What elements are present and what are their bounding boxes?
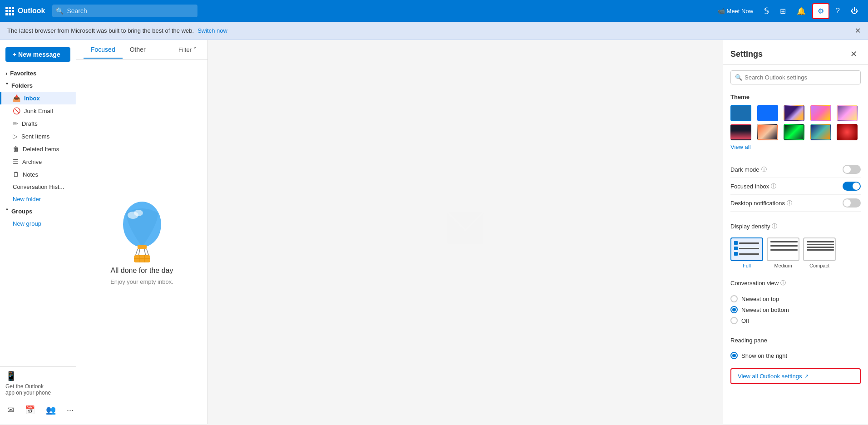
reading-pane-right-radio[interactable]	[730, 352, 738, 359]
empty-inbox-title: All done for the day	[111, 267, 173, 275]
dark-mode-toggle[interactable]	[843, 165, 861, 174]
sidebar-item-archive[interactable]: ☰ Archive	[0, 155, 76, 168]
focused-inbox-toggle[interactable]	[843, 182, 861, 191]
conv-hist-label: Conversation Hist...	[13, 183, 64, 190]
sidebar-groups-header[interactable]: ˅ Groups	[0, 205, 76, 217]
banner-link[interactable]: Switch now	[197, 27, 227, 34]
sent-label: Sent Items	[21, 133, 49, 140]
meet-now-button[interactable]: 📹 Meet Now	[713, 5, 758, 17]
sidebar-item-drafts[interactable]: ✏ Drafts	[0, 117, 76, 130]
help-button[interactable]: ?	[831, 4, 844, 18]
theme-view-all-link[interactable]: View all	[730, 143, 751, 150]
svg-line-7	[144, 249, 146, 256]
theme-swatch-8[interactable]	[784, 124, 804, 140]
settings-close-button[interactable]: ✕	[847, 47, 861, 61]
tab-other[interactable]: Other	[123, 41, 153, 59]
sidebar-new-folder-link[interactable]: New folder	[0, 193, 76, 205]
newest-bottom-radio[interactable]	[730, 306, 738, 313]
desktop-notifications-toggle[interactable]	[843, 198, 861, 208]
new-message-button[interactable]: + New message	[5, 47, 70, 62]
sidebar-item-deleted[interactable]: 🗑 Deleted Items	[0, 143, 76, 155]
sidebar-folders-header[interactable]: ˅ Folders	[0, 79, 76, 92]
density-compact-option[interactable]: Compact	[803, 237, 836, 268]
notes-label: Notes	[23, 171, 38, 178]
chevron-down-icon: ˅	[5, 82, 9, 89]
sidebar-item-conversation-hist[interactable]: Conversation Hist...	[0, 181, 76, 193]
main-layout: + New message › Favorites ˅ Folders 📥 In…	[0, 40, 868, 424]
newest-top-radio[interactable]	[730, 295, 738, 302]
drafts-icon: ✏	[13, 120, 18, 127]
focused-inbox-info-icon[interactable]: ⓘ	[771, 183, 776, 190]
theme-swatch-10[interactable]	[837, 124, 858, 140]
notifications-button[interactable]: 🔔	[792, 4, 810, 18]
junk-label: Junk Email	[24, 108, 53, 114]
gear-icon: ⚙	[818, 7, 824, 15]
conversation-view-options: Newest on top Newest on bottom Off	[730, 293, 861, 326]
reading-pane-header-row: Reading pane	[730, 333, 861, 347]
settings-button[interactable]: ⚙	[812, 3, 829, 19]
waffle-menu-icon[interactable]	[5, 7, 14, 15]
sidebar-item-sent[interactable]: ▷ Sent Items	[0, 130, 76, 143]
conversation-newest-top-option[interactable]: Newest on top	[730, 293, 861, 304]
dark-mode-row: Dark mode ⓘ	[730, 161, 861, 178]
sidebar-new-group-link[interactable]: New group	[0, 217, 76, 230]
mail-nav-button[interactable]: ✉	[5, 403, 16, 417]
focused-inbox-row: Focused Inbox ⓘ	[730, 178, 861, 195]
density-info-icon[interactable]: ⓘ	[772, 222, 777, 230]
theme-swatch-5[interactable]	[837, 105, 858, 121]
notifications-info-icon[interactable]: ⓘ	[787, 199, 792, 207]
theme-swatch-9[interactable]	[810, 124, 831, 140]
density-full-label: Full	[743, 263, 751, 268]
conversation-off-option[interactable]: Off	[730, 315, 861, 326]
empty-inbox-subtitle: Enjoy your empty inbox.	[110, 278, 173, 285]
more-nav-button[interactable]: ···	[65, 403, 75, 417]
conversation-off-radio[interactable]	[730, 317, 738, 324]
settings-search-input[interactable]	[730, 70, 861, 84]
display-density-header-row: Display density ⓘ	[730, 219, 861, 234]
tab-focused[interactable]: Focused	[84, 41, 123, 59]
search-input[interactable]	[52, 5, 197, 17]
reading-pane-right-option[interactable]: Show on the right	[730, 350, 861, 361]
theme-swatch-2[interactable]	[757, 105, 778, 121]
dark-mode-label: Dark mode ⓘ	[730, 166, 767, 173]
browser-banner: The latest browser from Microsoft was bu…	[0, 22, 868, 40]
theme-swatch-6[interactable]	[730, 124, 751, 140]
theme-swatch-3[interactable]	[784, 105, 804, 121]
sidebar-item-inbox[interactable]: 📥 Inbox	[0, 92, 76, 104]
account-button[interactable]: ⏻	[846, 4, 863, 18]
reading-pane-settings-section: Reading pane Show on the right	[723, 330, 868, 365]
app-name: Outlook	[18, 7, 45, 15]
filter-label: Filter	[178, 46, 192, 53]
view-all-settings-button[interactable]: View all Outlook settings ↗	[730, 368, 861, 384]
svg-line-4	[135, 249, 138, 256]
sidebar-item-junk[interactable]: 🚫 Junk Email	[0, 104, 76, 117]
skype-button[interactable]: 𝕊	[760, 3, 774, 19]
deleted-label: Deleted Items	[23, 146, 59, 153]
new-group-label: New group	[13, 220, 41, 227]
density-full-option[interactable]: Full	[730, 237, 763, 268]
conversation-view-info-icon[interactable]: ⓘ	[780, 279, 786, 287]
theme-swatch-1[interactable]	[730, 105, 751, 121]
people-nav-button[interactable]: 👥	[44, 403, 58, 417]
svg-rect-8	[134, 255, 150, 262]
density-medium-option[interactable]: Medium	[767, 237, 799, 268]
sent-icon: ▷	[13, 133, 18, 140]
office-apps-button[interactable]: ⊞	[775, 4, 790, 18]
dark-mode-info-icon[interactable]: ⓘ	[761, 166, 767, 173]
junk-icon: 🚫	[13, 107, 20, 114]
filter-button[interactable]: Filter ˅	[175, 44, 200, 55]
theme-grid	[730, 105, 861, 140]
conversation-newest-bottom-option[interactable]: Newest on bottom	[730, 304, 861, 315]
sidebar-item-notes[interactable]: 🗒 Notes	[0, 168, 76, 181]
banner-text: The latest browser from Microsoft was bu…	[7, 27, 194, 34]
reading-pane-ghost-icon	[443, 205, 488, 259]
sidebar-favorites-header[interactable]: › Favorites	[0, 67, 76, 79]
theme-swatch-4[interactable]	[810, 105, 831, 121]
calendar-nav-button[interactable]: 📅	[23, 403, 37, 417]
banner-close-button[interactable]: ✕	[855, 26, 861, 35]
theme-swatch-7[interactable]	[757, 124, 778, 140]
content-panels: Focused Other Filter ˅	[76, 40, 868, 424]
archive-label: Archive	[22, 158, 42, 165]
search-wrapper: 🔍	[52, 5, 197, 17]
desktop-notifications-row: Desktop notifications ⓘ	[730, 195, 861, 212]
